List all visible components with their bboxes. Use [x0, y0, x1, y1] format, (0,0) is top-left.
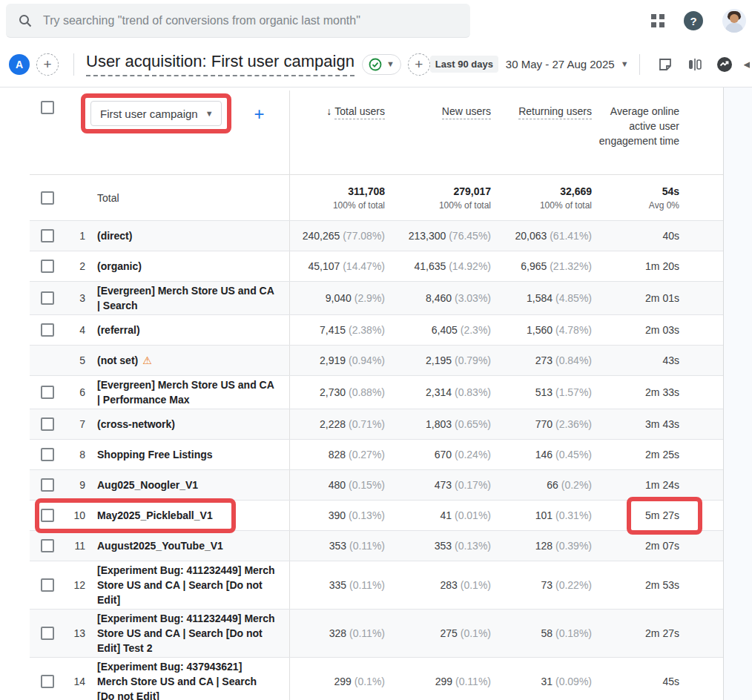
- scroll-gutter[interactable]: [723, 88, 752, 700]
- campaign-name: [Experiment Bug: 411232449] Merch Store …: [97, 611, 275, 656]
- column-header-returning-users[interactable]: Returning users: [491, 104, 592, 119]
- total-row-checkbox[interactable]: [41, 191, 54, 205]
- row-checkbox[interactable]: [41, 478, 54, 492]
- new-users-cell: 473 (0.17%): [385, 478, 491, 492]
- returning-users-cell: 513 (1.57%): [491, 385, 592, 400]
- avg-engagement-time-cell: 2m 53s: [592, 578, 724, 592]
- add-report-tab-button[interactable]: +: [408, 53, 430, 76]
- total-users-sub: 100% of total: [290, 199, 385, 212]
- returning-users-cell: 770 (2.36%): [491, 417, 592, 432]
- search-input[interactable]: [43, 14, 443, 27]
- select-all-checkbox[interactable]: [41, 101, 54, 114]
- column-header-avg-engagement-time[interactable]: Average online active user engagement ti…: [592, 104, 724, 148]
- returning-users-cell: 66 (0.2%): [491, 478, 592, 492]
- total-users-cell: 240,265 (77.08%): [290, 228, 385, 243]
- row-number: 5: [66, 354, 85, 366]
- table-row: 3 [Evergreen] Merch Store US and CA | Se…: [30, 282, 723, 315]
- table-row: 11 August2025_YouTube_V1 353 (0.11%) 353…: [30, 531, 723, 561]
- avg-engagement-time-cell: 2m 27s: [592, 626, 724, 641]
- campaign-name: August2025_YouTube_V1: [97, 538, 275, 553]
- row-checkbox[interactable]: [41, 578, 54, 592]
- row-checkbox[interactable]: [41, 260, 54, 273]
- chevron-down-icon: ▼: [205, 110, 214, 118]
- ab-compare-icon[interactable]: [686, 56, 704, 73]
- avatar-shirt: [725, 23, 743, 33]
- comparison-chip[interactable]: A: [9, 54, 30, 75]
- add-comparison-button[interactable]: +: [36, 53, 59, 76]
- campaign-name: (not set)⚠: [97, 353, 275, 368]
- table-body: 1 (direct) 240,265 (77.08%) 213,300 (76.…: [30, 221, 723, 700]
- row-checkbox[interactable]: [41, 323, 54, 337]
- chevron-down-icon: ▼: [386, 60, 395, 68]
- row-checkbox[interactable]: [41, 448, 54, 461]
- clipped-icon: ◀: [744, 59, 750, 70]
- total-users-cell: 7,415 (2.38%): [290, 323, 385, 337]
- returning-users-cell: 20,063 (61.41%): [491, 228, 592, 243]
- table-row: 12 [Experiment Bug: 411232449] Merch Sto…: [30, 561, 723, 610]
- insights-icon[interactable]: [716, 56, 733, 73]
- avg-engagement-time-cell: 43s: [592, 353, 724, 368]
- total-users-cell: 9,040 (2.9%): [290, 291, 385, 306]
- dimension-selector[interactable]: First user campaign ▼: [90, 101, 222, 126]
- column-header-new-users[interactable]: New users: [385, 104, 491, 119]
- notes-icon[interactable]: [656, 56, 674, 73]
- dimension-selector-label: First user campaign: [100, 108, 198, 120]
- row-number: 13: [66, 627, 85, 639]
- global-search[interactable]: [6, 4, 470, 38]
- new-users-cell: 353 (0.13%): [385, 538, 491, 553]
- date-chevron-down-icon[interactable]: ▼: [621, 60, 629, 68]
- row-checkbox[interactable]: [41, 675, 54, 688]
- row-number: 8: [66, 449, 85, 460]
- returning-users-cell: 128 (0.39%): [491, 538, 592, 553]
- table-row: 1 (direct) 240,265 (77.08%) 213,300 (76.…: [30, 221, 723, 251]
- avg-time-sub: Avg 0%: [592, 199, 679, 212]
- avg-engagement-time-cell: 1m 20s: [592, 259, 724, 274]
- row-number: 10: [66, 509, 85, 521]
- avatar[interactable]: [722, 9, 746, 33]
- apps-grid-icon[interactable]: [651, 14, 664, 27]
- row-checkbox[interactable]: [41, 291, 54, 305]
- avg-engagement-time-cell: 1m 24s: [592, 478, 724, 492]
- avg-engagement-time-cell: 2m 33s: [592, 385, 724, 400]
- row-checkbox[interactable]: [41, 229, 54, 242]
- report-status-pill[interactable]: ▼: [362, 54, 401, 75]
- total-users-cell: 335 (0.11%): [290, 578, 385, 592]
- row-number: 9: [66, 479, 85, 491]
- row-checkbox[interactable]: [41, 386, 54, 399]
- table-row: 4 (referral) 7,415 (2.38%) 6,405 (2.3%) …: [30, 315, 723, 346]
- row-number: 6: [66, 386, 85, 398]
- search-icon: [18, 13, 33, 28]
- returning-users-cell: 1,560 (4.78%): [491, 323, 592, 337]
- add-dimension-button[interactable]: +: [254, 104, 265, 125]
- campaign-name: [Experiment Bug: 437943621] Merch Store …: [97, 659, 275, 700]
- new-users-cell: 2,195 (0.79%): [385, 353, 491, 368]
- total-users-cell: 390 (0.13%): [290, 508, 385, 523]
- total-users-value: 311,708: [290, 184, 385, 199]
- row-checkbox[interactable]: [41, 417, 54, 431]
- total-users-cell: 2,730 (0.88%): [290, 385, 385, 400]
- returning-users-cell: 101 (0.31%): [491, 508, 592, 523]
- help-icon[interactable]: ?: [684, 11, 703, 30]
- returning-users-cell: 6,965 (21.32%): [491, 259, 592, 274]
- new-users-cell: 283 (0.1%): [385, 578, 491, 592]
- row-checkbox[interactable]: [41, 627, 54, 640]
- row-number: 7: [66, 418, 85, 430]
- column-header-total-users[interactable]: ↓Total users: [290, 104, 385, 119]
- avg-engagement-time-cell: 2m 07s: [592, 538, 724, 553]
- campaign-name: Aug025_Noogler_V1: [97, 478, 275, 492]
- new-users-cell: 41 (0.01%): [385, 508, 491, 523]
- row-checkbox[interactable]: [41, 509, 54, 522]
- date-range-label[interactable]: 30 May - 27 Aug 2025: [506, 58, 615, 70]
- new-users-cell: 41,635 (14.92%): [385, 259, 491, 274]
- total-users-cell: 353 (0.11%): [290, 538, 385, 553]
- row-number: 4: [66, 324, 85, 336]
- total-label: Total: [97, 192, 119, 204]
- page-title[interactable]: User acquisition: First user campaign: [86, 52, 354, 76]
- campaign-name: [Experiment Bug: 411232449] Merch Store …: [97, 563, 275, 607]
- row-checkbox[interactable]: [41, 539, 54, 552]
- returning-users-value: 32,669: [491, 184, 592, 199]
- avg-engagement-time-cell: 40s: [592, 228, 724, 243]
- table-row: 5 (not set)⚠ 2,919 (0.94%) 2,195 (0.79%)…: [30, 346, 723, 376]
- total-users-cell: 2,228 (0.71%): [290, 417, 385, 432]
- campaign-name: (cross-network): [97, 417, 275, 432]
